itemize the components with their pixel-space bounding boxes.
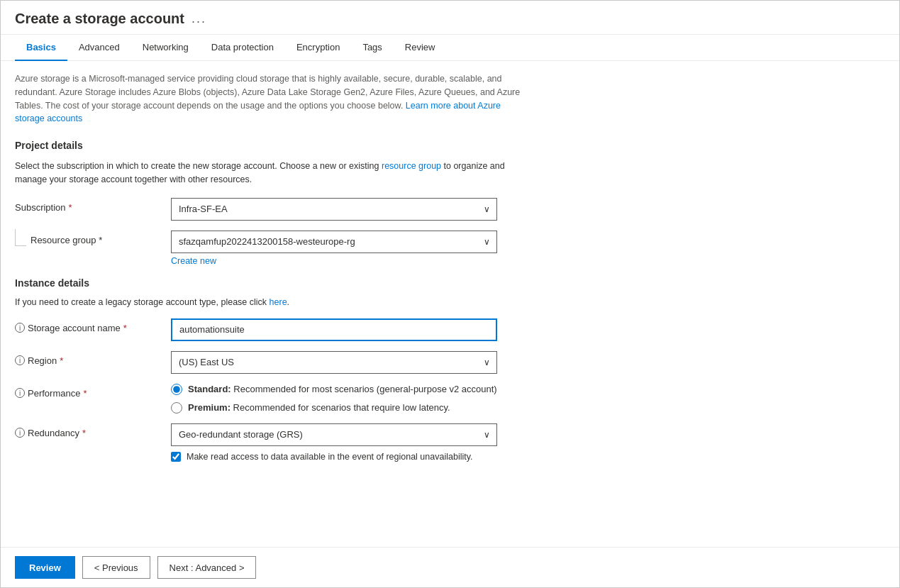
performance-premium-option[interactable]: Premium: Recommended for scenarios that … (171, 402, 554, 414)
resource-group-row: Resource group * sfazqamfup2022413200158… (15, 231, 554, 266)
instance-desc: If you need to create a legacy storage a… (15, 297, 885, 307)
performance-info-icon[interactable]: i (15, 388, 25, 398)
resource-group-link[interactable]: resource group (382, 161, 441, 171)
create-storage-account-window: Create a storage account ... Basics Adva… (0, 0, 900, 588)
subscription-control: Infra-SF-EA (171, 198, 554, 221)
redundancy-select-wrapper: Geo-redundant storage (GRS) (171, 423, 497, 446)
region-required: * (60, 355, 63, 366)
performance-row: i Performance * Standard: Recommended fo… (15, 384, 554, 414)
tab-review[interactable]: Review (394, 35, 447, 61)
resource-group-label: Resource group * (30, 235, 102, 245)
storage-name-info-icon[interactable]: i (15, 323, 25, 333)
redundancy-row: i Redundancy * Geo-redundant storage (GR… (15, 423, 554, 462)
tab-basics[interactable]: Basics (15, 35, 67, 61)
main-content: Azure storage is a Microsoft-managed ser… (1, 61, 899, 547)
page-title: Create a storage account (15, 11, 184, 27)
performance-label: i Performance * (15, 384, 171, 399)
read-access-label: Make read access to data available in th… (187, 452, 473, 462)
review-button[interactable]: Review (15, 556, 75, 579)
resource-group-select[interactable]: sfazqamfup2022413200158-westeurope-rg (171, 231, 497, 253)
performance-premium-label: Premium: Recommended for scenarios that … (188, 402, 450, 413)
storage-account-name-input[interactable] (171, 318, 497, 341)
tab-encryption[interactable]: Encryption (285, 35, 351, 61)
tab-tags[interactable]: Tags (351, 35, 393, 61)
project-details-section: Project details Select the subscription … (15, 140, 885, 266)
subscription-select-wrapper: Infra-SF-EA (171, 198, 497, 221)
subscription-required: * (69, 202, 72, 213)
tab-bar: Basics Advanced Networking Data protecti… (1, 35, 899, 61)
redundancy-label: i Redundancy * (15, 423, 171, 438)
performance-standard-radio[interactable] (171, 384, 182, 395)
performance-required: * (83, 388, 87, 399)
project-details-desc: Select the subscription in which to crea… (15, 160, 526, 187)
performance-standard-option[interactable]: Standard: Recommended for most scenarios… (171, 384, 554, 395)
tab-networking[interactable]: Networking (131, 35, 200, 61)
region-select[interactable]: (US) East US (171, 351, 497, 374)
subscription-select[interactable]: Infra-SF-EA (171, 198, 497, 221)
performance-radio-group: Standard: Recommended for most scenarios… (171, 384, 554, 414)
region-label: i Region * (15, 351, 171, 366)
redundancy-info-icon[interactable]: i (15, 428, 25, 438)
previous-button[interactable]: < Previous (82, 556, 150, 579)
create-new-link[interactable]: Create new (171, 256, 216, 266)
next-button[interactable]: Next : Advanced > (157, 556, 257, 579)
storage-account-name-label: i Storage account name * (15, 318, 171, 333)
project-details-title: Project details (15, 140, 885, 151)
redundancy-required: * (82, 428, 86, 438)
title-bar: Create a storage account ... (1, 1, 899, 35)
region-select-wrapper: (US) East US (171, 351, 497, 374)
resource-group-select-wrapper: sfazqamfup2022413200158-westeurope-rg (171, 231, 497, 253)
resource-group-indent: Resource group * (15, 231, 171, 246)
redundancy-control: Geo-redundant storage (GRS) Make read ac… (171, 423, 554, 462)
storage-account-name-row: i Storage account name * (15, 318, 554, 341)
performance-control: Standard: Recommended for most scenarios… (171, 384, 554, 414)
region-row: i Region * (US) East US (15, 351, 554, 374)
read-access-checkbox-row: Make read access to data available in th… (171, 452, 554, 462)
subscription-label: Subscription * (15, 198, 171, 213)
storage-account-name-control (171, 318, 554, 341)
subscription-row: Subscription * Infra-SF-EA (15, 198, 554, 221)
region-info-icon[interactable]: i (15, 355, 25, 365)
region-control: (US) East US (171, 351, 554, 374)
instance-details-section: Instance details If you need to create a… (15, 277, 885, 462)
redundancy-select[interactable]: Geo-redundant storage (GRS) (171, 423, 497, 446)
legacy-link[interactable]: here (270, 297, 287, 307)
indent-bracket (15, 229, 26, 246)
instance-details-title: Instance details (15, 277, 885, 289)
title-ellipsis[interactable]: ... (191, 11, 206, 26)
read-access-checkbox[interactable] (171, 452, 181, 462)
tab-data-protection[interactable]: Data protection (200, 35, 285, 61)
footer: Review < Previous Next : Advanced > (1, 547, 899, 587)
performance-standard-label: Standard: Recommended for most scenarios… (188, 384, 497, 394)
storage-name-required: * (123, 323, 127, 333)
description-block: Azure storage is a Microsoft-managed ser… (15, 72, 526, 126)
tab-advanced[interactable]: Advanced (67, 35, 131, 61)
resource-group-required: * (99, 235, 102, 245)
resource-group-control: sfazqamfup2022413200158-westeurope-rg Cr… (171, 231, 554, 266)
performance-premium-radio[interactable] (171, 402, 182, 414)
